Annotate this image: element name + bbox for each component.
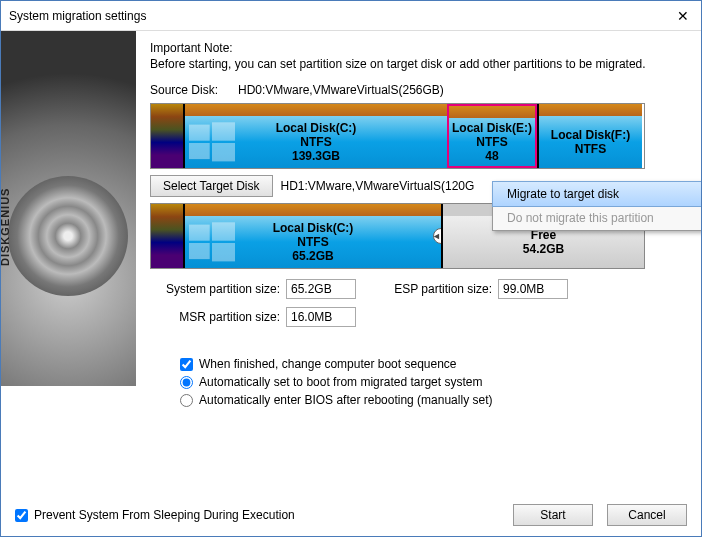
svg-rect-0	[189, 125, 210, 141]
boot-options: When finished, change computer boot sequ…	[180, 357, 687, 407]
partition-name: Local Disk(F:)	[551, 128, 630, 142]
context-menu: Migrate to target disk Do not migrate th…	[492, 181, 702, 231]
size-form: System partition size: MSR partition siz…	[150, 279, 687, 327]
note-title: Important Note:	[150, 41, 687, 55]
content: DISKGENIUS Important Note: Before starti…	[1, 31, 701, 536]
target-partition-c[interactable]: Local Disk(C:) NTFS 65.2GB ◄►	[183, 204, 441, 268]
stripe	[175, 104, 183, 168]
svg-rect-6	[189, 243, 210, 259]
partition-fs: NTFS	[300, 135, 331, 149]
source-partition-f[interactable]: Local Disk(F:) NTFS	[537, 104, 642, 168]
select-target-button[interactable]: Select Target Disk	[150, 175, 273, 197]
ctx-dont-migrate: Do not migrate this partition	[493, 206, 702, 230]
svg-rect-3	[212, 143, 235, 161]
ctx-migrate[interactable]: Migrate to target disk	[492, 181, 702, 207]
partition-size: 54.2GB	[523, 242, 564, 256]
partition-fs: NTFS	[575, 142, 606, 156]
svg-rect-2	[189, 143, 210, 159]
partition-size: 139.3GB	[292, 149, 340, 163]
stripe	[159, 204, 167, 268]
target-disk: HD1:VMware,VMwareVirtualS(120G	[281, 179, 475, 193]
source-partition-c[interactable]: Local Disk(C:) NTFS 139.3GB	[183, 104, 447, 168]
partition-name: Local Disk(C:)	[276, 121, 357, 135]
partition-name: Local Disk(E:)	[452, 121, 532, 135]
note-body: Before starting, you can set partition s…	[150, 57, 687, 71]
stripe	[167, 104, 175, 168]
svg-rect-5	[212, 222, 235, 240]
partition-size: 65.2GB	[292, 249, 333, 263]
svg-rect-7	[212, 243, 235, 261]
bottom-bar: Prevent System From Sleeping During Exec…	[15, 504, 687, 526]
start-button[interactable]: Start	[513, 504, 593, 526]
partition-fs: NTFS	[297, 235, 328, 249]
partition-name: Local Disk(C:)	[273, 221, 354, 235]
stripe	[175, 204, 183, 268]
titlebar: System migration settings ✕	[1, 1, 701, 31]
stripe	[159, 104, 167, 168]
partition-fs: NTFS	[476, 135, 507, 149]
auto-boot-radio[interactable]: Automatically set to boot from migrated …	[180, 375, 687, 389]
cancel-button[interactable]: Cancel	[607, 504, 687, 526]
source-disk-bar: Local Disk(C:) NTFS 139.3GB Local Disk(E…	[150, 103, 645, 169]
brand-text: DISKGENIUS	[1, 188, 11, 266]
svg-rect-4	[189, 225, 210, 241]
partition-size: 48	[485, 149, 498, 163]
window-title: System migration settings	[9, 9, 673, 23]
sidebar-image: DISKGENIUS	[1, 31, 136, 386]
source-label: Source Disk:	[150, 83, 230, 97]
stripe	[167, 204, 175, 268]
stripe	[151, 104, 159, 168]
windows-icon	[189, 120, 235, 166]
msr-size-label: MSR partition size:	[150, 310, 280, 324]
source-disk: HD0:VMware,VMwareVirtualS(256GB)	[238, 83, 444, 97]
sys-size-label: System partition size:	[150, 282, 280, 296]
esp-size-input[interactable]	[498, 279, 568, 299]
esp-size-label: ESP partition size:	[382, 282, 492, 296]
source-partition-e[interactable]: Local Disk(E:) NTFS 48	[447, 104, 537, 168]
windows-icon	[189, 220, 235, 266]
prevent-sleep-checkbox[interactable]: Prevent System From Sleeping During Exec…	[15, 508, 295, 522]
close-icon[interactable]: ✕	[673, 6, 693, 26]
stripe	[151, 204, 159, 268]
main-panel: Important Note: Before starting, you can…	[136, 31, 701, 536]
msr-size-input[interactable]	[286, 307, 356, 327]
svg-rect-1	[212, 122, 235, 140]
bios-radio[interactable]: Automatically enter BIOS after rebooting…	[180, 393, 687, 407]
finish-checkbox[interactable]: When finished, change computer boot sequ…	[180, 357, 687, 371]
sys-size-input[interactable]	[286, 279, 356, 299]
